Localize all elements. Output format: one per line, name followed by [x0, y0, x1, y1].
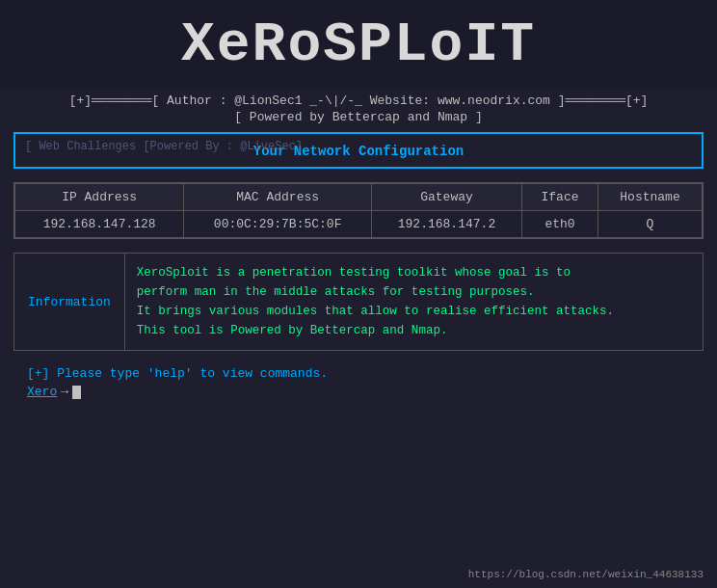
help-line: [+] Please type 'help' to view commands.: [27, 366, 690, 381]
info-line-1: XeroSploit is a penetration testing tool…: [137, 266, 571, 280]
watermark-text: [ Web Challenges [Powered By : @LiveSec]: [25, 140, 303, 153]
network-config-box: [ Web Challenges [Powered By : @LiveSec]…: [13, 132, 704, 169]
col-mac-header: MAC Address: [184, 184, 372, 211]
bottom-watermark: https://blog.csdn.net/weixin_44638133: [468, 569, 704, 580]
table-row: 192.168.147.128 00:0C:29:7B:5C:0F 192.16…: [15, 211, 703, 238]
info-label: Information: [14, 254, 125, 350]
prompt-area: [+] Please type 'help' to view commands.…: [13, 364, 704, 403]
logo-area: XeRoSPLoIT: [0, 0, 717, 88]
powered-line: [ Powered by Bettercap and Nmap ]: [13, 110, 704, 124]
arrow-prompt: →: [61, 385, 68, 399]
info-line-2: perform man in the middle attacks for te…: [137, 285, 535, 299]
info-content: XeroSploit is a penetration testing tool…: [125, 254, 703, 350]
cell-hostname: Q: [598, 211, 703, 238]
xero-link[interactable]: Xero: [27, 385, 57, 399]
author-line: [+]════════[ Author : @LionSec1 _-\|/-_ …: [13, 94, 704, 108]
col-iface-header: Iface: [522, 184, 598, 211]
col-ip-header: IP Address: [15, 184, 184, 211]
col-gateway-header: Gateway: [371, 184, 521, 211]
info-line-4: This tool is Powered by Bettercap and Nm…: [137, 324, 448, 337]
cell-mac: 00:0C:29:7B:5C:0F: [184, 211, 372, 238]
cell-ip: 192.168.147.128: [15, 211, 184, 238]
cursor-block: [72, 386, 81, 399]
network-table: IP Address MAC Address Gateway Iface Hos…: [14, 183, 703, 238]
cell-iface: eth0: [522, 211, 598, 238]
table-header-row: IP Address MAC Address Gateway Iface Hos…: [15, 184, 703, 211]
info-box: Information XeroSploit is a penetration …: [13, 253, 704, 351]
main-container: XeRoSPLoIT [+]════════[ Author : @LionSe…: [0, 0, 717, 588]
col-hostname-header: Hostname: [598, 184, 703, 211]
content-area: [+]════════[ Author : @LionSec1 _-\|/-_ …: [0, 88, 717, 588]
input-line: Xero →: [27, 385, 690, 399]
logo-text: XeRoSPLoIT: [19, 10, 698, 80]
cell-gateway: 192.168.147.2: [371, 211, 521, 238]
network-table-container: IP Address MAC Address Gateway Iface Hos…: [13, 182, 704, 239]
info-line-3: It brings various modules that allow to …: [137, 305, 614, 318]
